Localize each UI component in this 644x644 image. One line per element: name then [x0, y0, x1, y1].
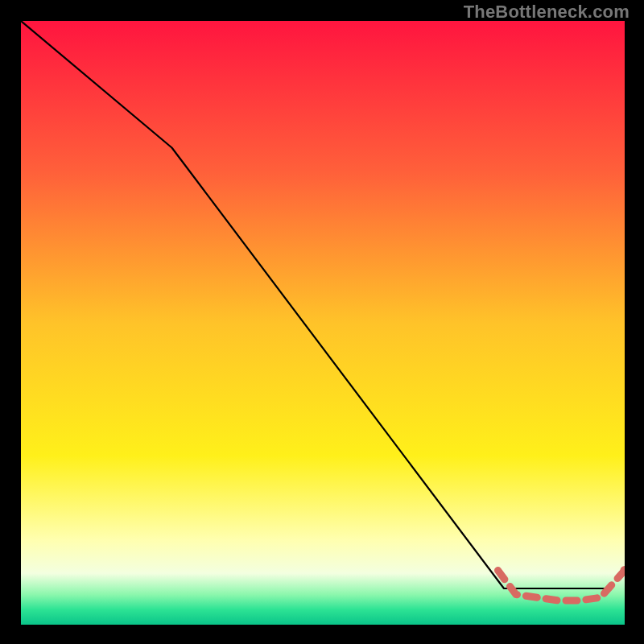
gradient-background: [21, 21, 625, 625]
plot-area: [21, 21, 625, 625]
chart-svg: [21, 21, 625, 625]
chart-frame: TheBottleneck.com: [0, 0, 644, 644]
watermark-text: TheBottleneck.com: [464, 2, 630, 23]
